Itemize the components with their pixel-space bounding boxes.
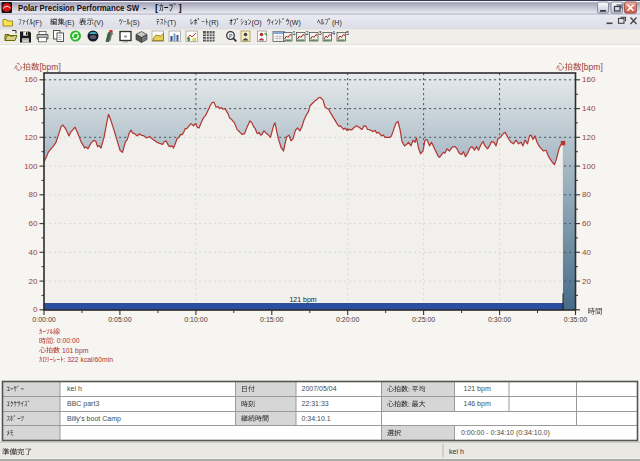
svg-text:kei h: kei h — [449, 448, 464, 455]
svg-text:[bpm]: [bpm] — [582, 62, 603, 72]
svg-text:20: 20 — [29, 277, 38, 286]
svg-text:0:00:00 - 0:34:10 (0:34:10.0): 0:00:00 - 0:34:10 (0:34:10.0) — [461, 429, 550, 437]
svg-text:121 bpm: 121 bpm — [289, 296, 316, 304]
svg-text:0:10:00: 0:10:00 — [184, 316, 207, 323]
svg-text:80: 80 — [29, 190, 38, 199]
svg-text:0: 0 — [33, 305, 38, 314]
svg-text:60: 60 — [582, 219, 591, 228]
svg-text:60: 60 — [29, 219, 38, 228]
svg-text:1: 1 — [293, 30, 296, 36]
svg-text:121 bpm: 121 bpm — [464, 385, 491, 393]
svg-text:20: 20 — [582, 277, 591, 286]
svg-text:(T): (T) — [167, 19, 176, 27]
svg-text:160: 160 — [24, 75, 38, 84]
svg-text:160: 160 — [582, 75, 596, 84]
svg-text:: 0:00:00: : 0:00:00 — [53, 337, 80, 344]
svg-text:140: 140 — [582, 104, 596, 113]
svg-text:5: 5 — [346, 30, 349, 36]
svg-text:(F): (F) — [33, 19, 42, 27]
svg-text:40: 40 — [582, 248, 591, 257]
svg-text:BBC part3: BBC part3 — [67, 400, 99, 408]
svg-text:P: P — [229, 33, 233, 39]
svg-text:kei h: kei h — [67, 385, 82, 392]
svg-text:3: 3 — [319, 30, 322, 36]
svg-text:2: 2 — [306, 30, 309, 36]
svg-text:101 bpm: 101 bpm — [60, 347, 89, 355]
svg-text:80: 80 — [582, 190, 591, 199]
svg-text:140: 140 — [24, 104, 38, 113]
svg-text:0:15:00: 0:15:00 — [260, 316, 283, 323]
svg-text:(W): (W) — [290, 19, 301, 27]
svg-text:-: - — [143, 3, 146, 13]
svg-text:]: ] — [179, 2, 182, 13]
svg-text:0:00:00: 0:00:00 — [32, 316, 55, 323]
svg-text:0:34:10.1: 0:34:10.1 — [302, 415, 331, 422]
svg-text:146 bpm: 146 bpm — [464, 400, 491, 408]
svg-text:120: 120 — [24, 133, 38, 142]
svg-text:(O): (O) — [252, 19, 262, 27]
svg-text:0:30:00: 0:30:00 — [488, 316, 511, 323]
svg-text:100: 100 — [24, 162, 38, 171]
svg-text:0:05:00: 0:05:00 — [108, 316, 131, 323]
svg-text:Billy's boot Camp: Billy's boot Camp — [67, 415, 121, 423]
svg-text:2007/05/04: 2007/05/04 — [302, 385, 337, 392]
svg-text:100: 100 — [582, 162, 596, 171]
svg-text:(R): (R) — [209, 19, 219, 27]
svg-text:0:20:00: 0:20:00 — [336, 316, 359, 323]
svg-text:[bpm]: [bpm] — [40, 62, 61, 72]
svg-text:Polar Precision Performance SW: Polar Precision Performance SW — [18, 3, 139, 13]
svg-text:22:31:33: 22:31:33 — [302, 400, 329, 407]
svg-text:(H): (H) — [332, 19, 342, 27]
svg-text:: 322 kcal/60min: : 322 kcal/60min — [64, 356, 114, 363]
svg-text:(E): (E) — [65, 19, 74, 27]
svg-text:(S): (S) — [130, 19, 139, 27]
svg-text:120: 120 — [582, 133, 596, 142]
svg-text:0:35:00: 0:35:00 — [564, 316, 587, 323]
svg-text:4: 4 — [332, 30, 335, 36]
svg-text:0:25:00: 0:25:00 — [412, 316, 435, 323]
svg-text:(V): (V) — [94, 19, 103, 27]
svg-text:40: 40 — [29, 248, 38, 257]
